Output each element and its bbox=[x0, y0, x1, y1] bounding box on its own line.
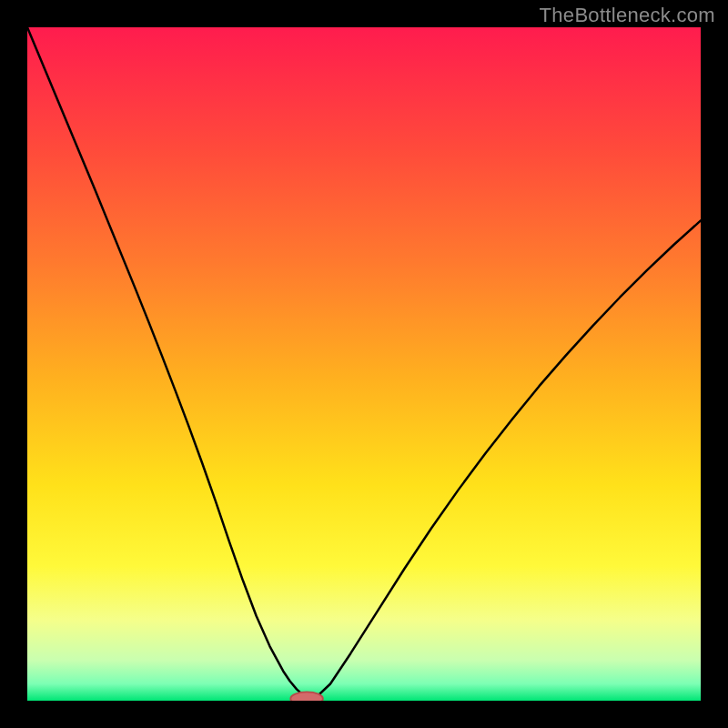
gradient-rect bbox=[27, 27, 701, 701]
plot-area bbox=[27, 27, 701, 701]
watermark-text: TheBottleneck.com bbox=[540, 4, 715, 27]
chart-frame: TheBottleneck.com bbox=[0, 0, 728, 728]
chart-svg bbox=[27, 27, 701, 701]
minimum-marker bbox=[290, 692, 323, 701]
